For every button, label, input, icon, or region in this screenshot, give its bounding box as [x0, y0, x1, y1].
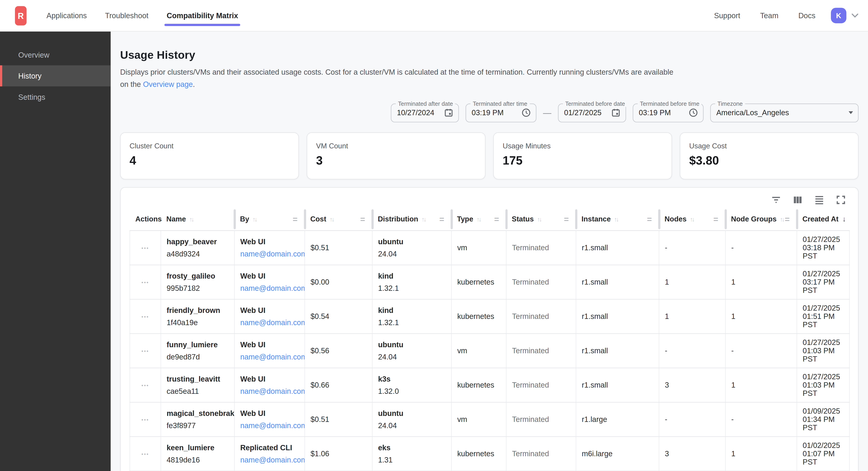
timezone-select[interactable]: Timezone America/Los_Angeles: [710, 104, 859, 122]
created-time: 03:17 PM PST: [803, 278, 844, 295]
cell-actions: •••: [130, 334, 161, 368]
nav-item-docs[interactable]: Docs: [799, 1, 815, 30]
clock-icon[interactable]: [517, 108, 531, 118]
avatar[interactable]: K: [831, 8, 846, 23]
drag-handle-icon[interactable]: =: [785, 214, 790, 224]
sort-icon: ↑↓: [476, 216, 480, 223]
column-header-nodes[interactable]: Nodes↑↓=: [659, 208, 725, 231]
created-time: 01:03 PM PST: [803, 381, 844, 398]
drag-handle-icon[interactable]: =: [439, 214, 444, 224]
cell-actions: •••: [130, 300, 161, 334]
row-actions-menu-button[interactable]: •••: [142, 417, 149, 422]
sort-icon: ↑↓: [780, 216, 784, 223]
filter-bar: Terminated after date 10/27/2024 Termina…: [120, 104, 859, 122]
filter-icon[interactable]: [771, 195, 781, 205]
column-header-cost[interactable]: Cost↑↓=: [305, 208, 372, 231]
row-actions-menu-button[interactable]: •••: [142, 314, 149, 319]
row-actions-menu-button[interactable]: •••: [142, 383, 149, 388]
calendar-icon[interactable]: [439, 108, 453, 118]
column-header-created[interactable]: Created At↓: [797, 208, 849, 231]
cell-type: kubernetes: [452, 265, 506, 300]
column-label: Actions: [135, 215, 162, 223]
column-header-status[interactable]: Status↑↓=: [506, 208, 576, 231]
cell-distribution: ubuntu24.04: [372, 334, 452, 368]
cell-name: keen_lumiere4819de16: [161, 437, 235, 471]
fullscreen-icon[interactable]: [836, 195, 846, 205]
cell-status: Terminated: [506, 437, 576, 471]
cell-name: funny_lumierede9ed87d: [161, 334, 235, 368]
email-link[interactable]: name@domain.com: [240, 318, 299, 328]
stat-card-usage-minutes: Usage Minutes 175: [493, 132, 672, 179]
column-header-name[interactable]: Name↑↓: [161, 208, 235, 231]
email-link[interactable]: name@domain.com: [240, 249, 299, 259]
field-label: Terminated before date: [563, 100, 627, 107]
table-row: •••funny_lumierede9ed87dWeb UIname@domai…: [130, 334, 849, 368]
column-label: Status: [512, 215, 534, 223]
drag-handle-icon[interactable]: =: [713, 214, 718, 224]
overview-page-link[interactable]: Overview page: [143, 81, 193, 89]
terminated-after-date-field[interactable]: Terminated after date 10/27/2024: [391, 104, 459, 122]
cell-instance: r1.small: [576, 334, 659, 368]
row-actions-menu-button[interactable]: •••: [142, 245, 149, 251]
column-header-by[interactable]: By↑↓=: [235, 208, 305, 231]
sidebar-item-settings[interactable]: Settings: [0, 86, 111, 107]
cell-by: Web UIname@domain.com: [235, 403, 305, 437]
cell-nodes: 1: [659, 300, 725, 334]
email-link[interactable]: name@domain.com: [240, 284, 299, 293]
drag-handle-icon[interactable]: =: [360, 214, 365, 224]
email-link[interactable]: name@domain.com: [240, 352, 299, 362]
drag-handle-icon[interactable]: =: [494, 214, 499, 224]
row-actions-menu-button[interactable]: •••: [142, 451, 149, 457]
column-header-distribution[interactable]: Distribution↑↓=: [372, 208, 452, 231]
nav-item-support[interactable]: Support: [714, 1, 740, 30]
sidebar-item-history[interactable]: History: [0, 65, 111, 86]
cell-name: frosty_galileo995b7182: [161, 265, 235, 300]
column-resize-handle[interactable]: [796, 209, 798, 229]
calendar-icon[interactable]: [607, 108, 621, 118]
terminated-before-time-field[interactable]: Terminated before time 03:19 PM: [633, 104, 704, 122]
page-description: Displays prior clusters/VMs and their as…: [120, 66, 674, 91]
stat-card-usage-cost: Usage Cost $3.80: [680, 132, 859, 179]
nav-item-applications[interactable]: Applications: [46, 1, 87, 30]
drag-handle-icon[interactable]: =: [564, 214, 569, 224]
column-resize-handle[interactable]: [451, 209, 453, 229]
column-header-type[interactable]: Type↑↓=: [452, 208, 506, 231]
created-by: Web UI: [240, 374, 299, 384]
created-by: Web UI: [240, 305, 299, 316]
column-resize-handle[interactable]: [658, 209, 660, 229]
column-resize-handle[interactable]: [234, 209, 236, 229]
drag-handle-icon[interactable]: =: [293, 214, 298, 224]
cell-type: vm: [452, 231, 506, 265]
column-resize-handle[interactable]: [575, 209, 577, 229]
sort-icon: ↑↓: [330, 216, 334, 223]
columns-icon[interactable]: [793, 195, 803, 205]
cell-status: Terminated: [506, 368, 576, 403]
column-header-instance[interactable]: Instance↑↓=: [576, 208, 659, 231]
email-link[interactable]: name@domain.com: [240, 455, 299, 465]
density-icon[interactable]: [814, 195, 824, 205]
column-resize-handle[interactable]: [724, 209, 726, 229]
clock-icon[interactable]: [684, 108, 698, 118]
terminated-after-time-field[interactable]: Terminated after time 03:19 PM: [466, 104, 536, 122]
column-resize-handle[interactable]: [371, 209, 373, 229]
email-link[interactable]: name@domain.com: [240, 421, 299, 431]
cell-node-groups: 1: [725, 368, 797, 403]
nav-item-team[interactable]: Team: [760, 1, 778, 30]
field-label: Timezone: [715, 100, 745, 107]
cell-nodes: -: [659, 403, 725, 437]
nav-item-compatibility-matrix[interactable]: Compatibility Matrix: [167, 1, 238, 30]
nav-item-troubleshoot[interactable]: Troubleshoot: [105, 1, 148, 30]
column-resize-handle[interactable]: [505, 209, 507, 229]
column-resize-handle[interactable]: [304, 209, 306, 229]
row-actions-menu-button[interactable]: •••: [142, 279, 149, 285]
terminated-before-date-field[interactable]: Terminated before date 01/27/2025: [558, 104, 626, 122]
column-label: Distribution: [378, 215, 418, 223]
sidebar-item-overview[interactable]: Overview: [0, 44, 111, 65]
drag-handle-icon[interactable]: =: [647, 214, 652, 224]
chevron-down-icon[interactable]: [851, 13, 859, 18]
row-actions-menu-button[interactable]: •••: [142, 348, 149, 354]
replicated-logo[interactable]: R: [15, 6, 27, 25]
column-header-node_groups[interactable]: Node Groups↑↓=: [725, 208, 797, 231]
cell-instance: r1.large: [576, 403, 659, 437]
email-link[interactable]: name@domain.com: [240, 386, 299, 396]
